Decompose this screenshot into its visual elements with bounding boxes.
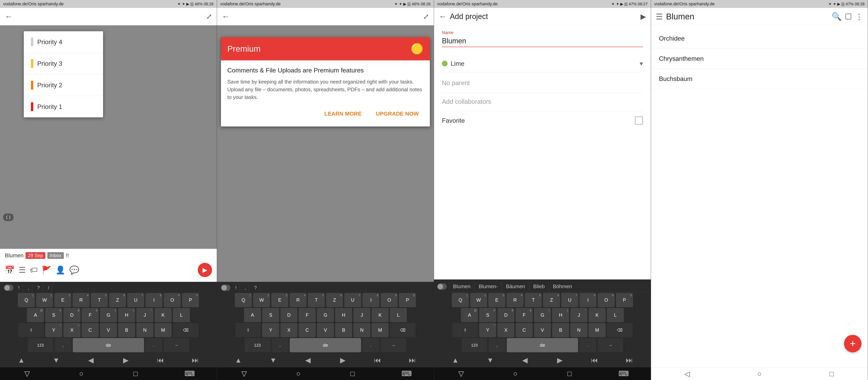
nav-back-3[interactable]: ▽ xyxy=(453,368,469,379)
p3-key-m[interactable]: M xyxy=(589,323,606,337)
kb-suggest-2c[interactable]: ? xyxy=(251,284,260,291)
p2-key-s[interactable]: S xyxy=(262,308,279,322)
key-period[interactable]: . xyxy=(145,338,162,352)
kb-nav-left[interactable]: ◀ xyxy=(83,355,99,366)
p2-key-c[interactable]: C xyxy=(299,323,316,337)
color-select-row[interactable]: Lime ▾ xyxy=(442,55,643,72)
p3-key-n[interactable]: N xyxy=(570,323,587,337)
p3-key-c[interactable]: C xyxy=(516,323,533,337)
p2-nav-left[interactable]: ◀ xyxy=(300,355,316,366)
send-icon-3[interactable]: ▶ xyxy=(641,12,646,21)
hamburger-menu-icon[interactable]: ☰ xyxy=(656,12,663,21)
p3-nav-left[interactable]: ◀ xyxy=(517,355,533,366)
p2-key-b[interactable]: B xyxy=(335,323,352,337)
p2-key-backspace[interactable]: ⌫ xyxy=(390,323,415,337)
p3-key-k[interactable]: K xyxy=(589,308,606,322)
nav-home-1[interactable]: ○ xyxy=(73,368,89,379)
kb-suggest-2[interactable]: , xyxy=(25,284,32,291)
p2-key-u[interactable]: U7 xyxy=(344,293,361,307)
p2-key-enter[interactable]: → xyxy=(380,338,406,352)
p3-key-123[interactable]: 123 xyxy=(462,338,487,352)
nav-keyboard-2[interactable]: ⌨ xyxy=(399,368,414,379)
key-f[interactable]: F& xyxy=(82,308,99,322)
p2-key-n[interactable]: N xyxy=(353,323,370,337)
nav-home-3[interactable]: ○ xyxy=(507,368,523,379)
p3-key-comma[interactable]: , xyxy=(489,338,505,352)
kb-nav-right[interactable]: ▶ xyxy=(118,355,134,366)
p3-key-space[interactable]: de xyxy=(507,338,578,352)
p2-key-w[interactable]: W2 xyxy=(253,293,270,307)
p3-key-x[interactable]: X xyxy=(497,323,515,337)
p3-key-backspace[interactable]: ⌫ xyxy=(607,323,632,337)
p2-key-y[interactable]: Y xyxy=(262,323,279,337)
p3-nav-home[interactable]: ⏮ xyxy=(587,355,602,366)
key-g[interactable]: G( xyxy=(100,308,117,322)
p2-key-v[interactable]: V xyxy=(317,323,334,337)
kb-suggest-1[interactable]: ! xyxy=(15,284,23,291)
nav-keyboard-1[interactable]: ⌨ xyxy=(182,368,197,379)
key-e[interactable]: E3 xyxy=(54,293,71,307)
p2-nav-up[interactable]: ▲ xyxy=(230,355,246,366)
key-shift[interactable]: ⇧ xyxy=(18,323,44,337)
send-button-1[interactable]: ▶ xyxy=(198,263,212,277)
p2-key-comma[interactable]: , xyxy=(272,338,288,352)
key-b[interactable]: B xyxy=(118,323,135,337)
p2-key-h[interactable]: H xyxy=(335,308,352,322)
p3-key-shift[interactable]: ⇧ xyxy=(452,323,478,337)
nav-back-2[interactable]: ▽ xyxy=(236,368,252,379)
p2-key-t[interactable]: T5 xyxy=(308,293,325,307)
upgrade-now-button[interactable]: UPGRADE NOW xyxy=(371,107,424,120)
back-icon-2[interactable]: ← xyxy=(222,12,230,21)
p3-key-l[interactable]: L xyxy=(607,308,624,322)
comment-icon-1[interactable]: 💬 xyxy=(69,266,79,275)
fab-add-button[interactable]: + xyxy=(844,335,862,352)
p2-key-space[interactable]: de xyxy=(290,338,361,352)
list-item-chrysanthemen[interactable]: Chrysanthemen xyxy=(651,49,868,69)
nav-recents-1[interactable]: □ xyxy=(128,368,144,379)
calendar-icon-1[interactable]: 📅 xyxy=(5,266,15,275)
back-icon-3[interactable]: ← xyxy=(439,12,447,21)
collaborators-row[interactable]: Add collaborators xyxy=(442,93,643,111)
kb-suggest-2b[interactable]: , xyxy=(242,284,249,291)
key-s[interactable]: S# xyxy=(45,308,62,322)
p3-nav-up[interactable]: ▲ xyxy=(447,355,463,366)
p3-key-q[interactable]: Q1 xyxy=(452,293,469,307)
p3-key-r[interactable]: R4 xyxy=(506,293,524,307)
p3-nav-right[interactable]: ▶ xyxy=(552,355,568,366)
kb-nav-home[interactable]: ⏮ xyxy=(153,355,168,366)
p3-key-z[interactable]: Z6 xyxy=(543,293,560,307)
p3-key-h[interactable]: H) xyxy=(552,308,569,322)
p2-key-o[interactable]: O9 xyxy=(381,293,398,307)
p2-key-f[interactable]: F xyxy=(299,308,316,322)
notes-icon-1[interactable]: ☰ xyxy=(19,266,26,275)
p2-nav-end[interactable]: ⏭ xyxy=(404,355,420,366)
back-icon-1[interactable]: ← xyxy=(5,12,13,21)
kb-toggle-1[interactable] xyxy=(4,285,13,291)
p2-nav-down[interactable]: ▼ xyxy=(265,355,281,366)
kb-sugg-3-blumen[interactable]: Blumen xyxy=(449,282,475,291)
nav-recents-4[interactable]: □ xyxy=(824,368,840,379)
key-q[interactable]: Q1 xyxy=(18,293,35,307)
nav-home-2[interactable]: ○ xyxy=(290,368,306,379)
external-icon-1[interactable]: ⤢ xyxy=(206,12,212,21)
key-v[interactable]: V xyxy=(100,323,117,337)
p2-key-z[interactable]: Z6 xyxy=(326,293,343,307)
p3-key-i[interactable]: I8 xyxy=(580,293,596,307)
p3-nav-end[interactable]: ⏭ xyxy=(621,355,637,366)
key-c[interactable]: C xyxy=(82,323,99,337)
p2-key-x[interactable]: X xyxy=(280,323,298,337)
kb-toggle-3[interactable] xyxy=(437,283,447,290)
p2-key-e[interactable]: E3 xyxy=(271,293,288,307)
nav-home-4[interactable]: ○ xyxy=(751,368,767,379)
key-enter[interactable]: → xyxy=(163,338,189,352)
p2-key-k[interactable]: K xyxy=(372,308,389,322)
p3-key-period[interactable]: . xyxy=(579,338,596,352)
key-o[interactable]: O9 xyxy=(164,293,181,307)
key-w[interactable]: W2 xyxy=(36,293,53,307)
key-comma[interactable]: , xyxy=(55,338,71,352)
kb-nav-up[interactable]: ▲ xyxy=(13,355,29,366)
kb-sugg-3-blieb[interactable]: Blieb xyxy=(529,282,549,291)
list-item-buchsbaum[interactable]: Buchsbaum xyxy=(651,69,868,89)
p3-key-t[interactable]: T5 xyxy=(525,293,542,307)
learn-more-button[interactable]: LEARN MORE xyxy=(320,107,366,120)
